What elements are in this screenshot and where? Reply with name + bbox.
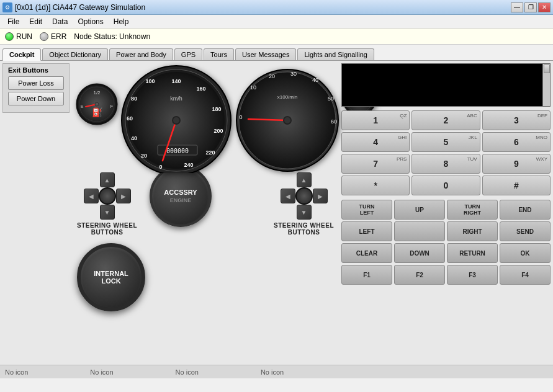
- power-loss-button[interactable]: Power Loss: [8, 76, 64, 90]
- svg-text:40: 40: [312, 77, 318, 83]
- key-right[interactable]: RIGHT: [447, 221, 498, 241]
- right-dpad: ▲ ▼ ◀ ▶: [279, 171, 329, 221]
- key-6[interactable]: 6MNO: [482, 132, 551, 152]
- close-button[interactable]: ✕: [538, 2, 551, 12]
- display-screen: [341, 63, 551, 107]
- tab-object-dictionary[interactable]: Object Dictionary: [42, 48, 108, 60]
- key-turn-right[interactable]: TURN RIGHT: [447, 200, 498, 220]
- err-label: ERR: [51, 32, 66, 41]
- svg-text:140: 140: [171, 78, 181, 84]
- title-bar: ⚙ [0x01 (1d)] CiA447 Gateway Simulation …: [0, 0, 553, 15]
- content-area: Exit Buttons Power Loss Power Down: [0, 61, 553, 365]
- run-indicator: RUN: [5, 32, 32, 41]
- key-5[interactable]: 5JKL: [411, 132, 480, 152]
- right-dpad-up[interactable]: ▲: [297, 172, 312, 187]
- restore-button[interactable]: ❐: [524, 2, 537, 12]
- left-steering-label: STEERING WHEELBUTTONS: [77, 222, 137, 236]
- key-return[interactable]: RETURN: [447, 243, 498, 263]
- minimize-button[interactable]: —: [511, 2, 523, 12]
- key-f2[interactable]: F2: [394, 265, 445, 285]
- svg-text:160: 160: [196, 86, 205, 92]
- menu-options[interactable]: Options: [73, 16, 108, 27]
- svg-text:40: 40: [131, 135, 137, 141]
- fuel-gauge: 1/2 E F ⛽: [76, 83, 118, 125]
- left-dpad-right[interactable]: ▶: [116, 189, 131, 203]
- key-2[interactable]: 2ABC: [411, 110, 480, 130]
- key-hash[interactable]: #: [482, 176, 551, 195]
- run-label: RUN: [16, 32, 32, 41]
- power-down-button[interactable]: Power Down: [8, 92, 64, 105]
- left-dpad-left[interactable]: ◀: [84, 189, 99, 203]
- menu-help[interactable]: Help: [109, 16, 134, 27]
- tab-power-body[interactable]: Power and Body: [109, 48, 173, 60]
- right-dpad-center: [295, 187, 313, 205]
- svg-text:180: 180: [212, 106, 221, 112]
- key-8[interactable]: 8TUV: [411, 154, 480, 174]
- instruments: 1/2 E F ⛽: [76, 65, 377, 175]
- lock-label1: INTERNAL: [94, 270, 128, 277]
- scrollbar[interactable]: [542, 64, 550, 106]
- left-steering-section: ▲ ▼ ◀ ▶ STEERING WHEELBUTTONS: [77, 171, 137, 236]
- node-status: Node Status: Unknown: [74, 32, 150, 41]
- key-left[interactable]: LEFT: [341, 221, 392, 241]
- key-end[interactable]: END: [500, 200, 551, 220]
- key-1[interactable]: 1QZ: [341, 110, 410, 130]
- right-steering-section: ▲ ▼ ◀ ▶ STEERING WHEELBUTTONS: [274, 171, 334, 236]
- app-icon: ⚙: [2, 2, 12, 12]
- tab-user-messages[interactable]: User Messages: [235, 48, 296, 60]
- key-9[interactable]: 9WXY: [482, 154, 551, 174]
- key-4[interactable]: 4GHI: [341, 132, 410, 152]
- key-center-empty: [394, 221, 445, 241]
- internal-lock-button[interactable]: INTERNAL LOCK: [77, 243, 145, 311]
- menu-edit[interactable]: Edit: [24, 16, 47, 27]
- key-3[interactable]: 3DEF: [482, 110, 551, 130]
- key-clear[interactable]: CLEAR: [341, 243, 392, 263]
- right-dpad-right[interactable]: ▶: [313, 189, 328, 203]
- tab-lights-signalling[interactable]: Lights and Signalling: [297, 48, 374, 60]
- key-turn-left[interactable]: TURN LEFT: [341, 200, 392, 220]
- svg-text:0: 0: [159, 164, 162, 170]
- key-send[interactable]: SEND: [500, 221, 551, 241]
- key-7[interactable]: 7PRS: [341, 154, 410, 174]
- title-bar-left: ⚙ [0x01 (1d)] CiA447 Gateway Simulation: [2, 2, 145, 12]
- menu-data[interactable]: Data: [47, 16, 73, 27]
- tab-tours[interactable]: Tours: [204, 48, 234, 60]
- menu-bar: File Edit Data Options Help: [0, 15, 553, 29]
- menu-file[interactable]: File: [2, 16, 24, 27]
- err-indicator: ERR: [40, 32, 66, 41]
- ignition-label: ACCSSRY: [164, 189, 197, 196]
- right-dpad-left[interactable]: ◀: [281, 189, 295, 203]
- exit-buttons-panel: Exit Buttons Power Loss Power Down: [2, 63, 70, 113]
- key-ok[interactable]: OK: [500, 243, 551, 263]
- right-dpad-down[interactable]: ▼: [297, 205, 312, 220]
- main-content: Exit Buttons Power Loss Power Down: [0, 61, 553, 378]
- key-star[interactable]: *: [341, 176, 410, 195]
- tab-cockpit[interactable]: Cockpit: [2, 48, 41, 61]
- left-dpad-down[interactable]: ▼: [100, 205, 115, 220]
- err-led: [40, 32, 48, 41]
- key-f4[interactable]: F4: [500, 265, 551, 285]
- title-bar-controls: — ❐ ✕: [511, 2, 551, 12]
- svg-text:1/2: 1/2: [93, 90, 101, 96]
- lock-label2: LOCK: [101, 277, 120, 285]
- svg-point-7: [95, 102, 99, 106]
- svg-text:80: 80: [131, 96, 137, 102]
- svg-text:km/h: km/h: [170, 96, 182, 102]
- tab-gps[interactable]: GPS: [174, 48, 202, 60]
- left-dpad-center: [99, 187, 116, 205]
- speedometer: 140 160 180 200 220 240 100 80 60 40 20 …: [120, 65, 232, 173]
- key-f1[interactable]: F1: [341, 265, 392, 285]
- right-steering-label: STEERING WHEELBUTTONS: [274, 222, 334, 236]
- key-f3[interactable]: F3: [447, 265, 498, 285]
- key-up[interactable]: UP: [394, 200, 445, 220]
- left-dpad: ▲ ▼ ◀ ▶: [83, 171, 132, 221]
- scroll-thumb: [544, 65, 550, 73]
- key-down[interactable]: DOWN: [394, 243, 445, 263]
- svg-text:20: 20: [269, 73, 275, 79]
- svg-text:240: 240: [184, 162, 193, 168]
- svg-text:000000: 000000: [166, 148, 189, 154]
- status-icon-2: No icon: [90, 368, 113, 376]
- rpm-gauge: 10 20 30 40 50 60 0 x100/min: [235, 65, 340, 173]
- left-dpad-up[interactable]: ▲: [100, 172, 115, 187]
- key-0[interactable]: 0: [411, 176, 480, 195]
